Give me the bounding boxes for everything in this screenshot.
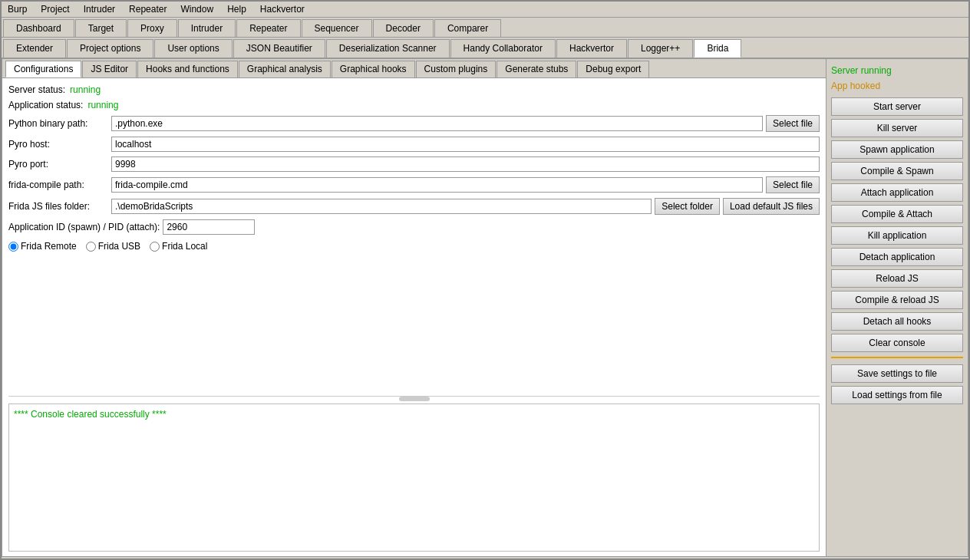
detach-application-btn[interactable]: Detach application (831, 248, 963, 266)
tab-handy-collaborator[interactable]: Handy Collaborator (450, 39, 556, 58)
pyro-port-input[interactable] (111, 156, 820, 172)
start-server-btn[interactable]: Start server (831, 97, 963, 116)
menu-bar: Burp Project Intruder Repeater Window He… (2, 2, 968, 18)
compile-reload-js-btn[interactable]: Compile & reload JS (831, 291, 963, 309)
radio-frida-usb-label: Frida USB (98, 241, 140, 252)
tab-json-beautifier[interactable]: JSON Beautifier (233, 39, 325, 58)
tab-brida[interactable]: Brida (694, 39, 741, 58)
tab-decoder[interactable]: Decoder (373, 19, 434, 37)
tab-debug-export[interactable]: Debug export (577, 61, 649, 77)
app-id-label: Application ID (spawn) / PID (attach): (8, 222, 160, 232)
menu-project[interactable]: Project (38, 3, 72, 15)
secondary-tab-bar: Extender Project options User options JS… (2, 38, 968, 58)
server-running-label: Server running (831, 65, 963, 76)
tab-proxy[interactable]: Proxy (127, 19, 177, 37)
server-status-row: Server status: running (8, 83, 820, 97)
tab-project-options[interactable]: Project options (67, 39, 153, 58)
load-settings-btn[interactable]: Load settings from file (831, 386, 963, 404)
tab-repeater[interactable]: Repeater (236, 19, 300, 37)
tab-hackvertor[interactable]: Hackvertor (556, 39, 627, 58)
menu-window[interactable]: Window (177, 3, 216, 15)
right-panel: Server running App hooked Start server K… (826, 58, 968, 557)
select-folder-btn[interactable]: Select folder (655, 198, 720, 215)
right-divider (831, 357, 963, 360)
scroll-separator (8, 396, 820, 402)
radio-frida-remote[interactable]: Frida Remote (8, 241, 77, 252)
tab-generate-stubs[interactable]: Generate stubs (497, 61, 576, 77)
primary-tab-bar: Dashboard Target Proxy Intruder Repeater… (2, 18, 968, 38)
tab-hooks-functions[interactable]: Hooks and functions (137, 61, 238, 77)
kill-server-btn[interactable]: Kill server (831, 119, 963, 137)
detach-all-hooks-btn[interactable]: Detach all hooks (831, 312, 963, 331)
spawn-application-btn[interactable]: Spawn application (831, 140, 963, 159)
tab-user-options[interactable]: User options (154, 39, 232, 58)
console-text: **** Console cleared successfully **** (14, 409, 167, 420)
console-output: **** Console cleared successfully **** (8, 404, 820, 552)
pyro-host-label: Pyro host: (8, 139, 108, 150)
app-status-row: Application status: running (8, 98, 820, 112)
scroll-thumb (399, 397, 430, 401)
kill-application-btn[interactable]: Kill application (831, 226, 963, 245)
pyro-host-row: Pyro host: (8, 135, 820, 153)
compile-attach-btn[interactable]: Compile & Attach (831, 205, 963, 223)
reload-js-btn[interactable]: Reload JS (831, 269, 963, 288)
frida-compile-label: frida-compile path: (8, 180, 108, 190)
tab-graphical-hooks[interactable]: Graphical hooks (332, 61, 415, 77)
app-id-input[interactable] (163, 219, 255, 235)
tab-extender[interactable]: Extender (3, 39, 66, 58)
tab-target[interactable]: Target (75, 19, 127, 37)
pyro-port-row: Pyro port: (8, 155, 820, 173)
load-default-js-btn[interactable]: Load default JS files (723, 198, 820, 215)
frida-js-label: Frida JS files folder: (8, 201, 108, 212)
app-status-label: Application status: (8, 100, 83, 110)
radio-frida-usb[interactable]: Frida USB (86, 241, 140, 252)
attach-application-btn[interactable]: Attach application (831, 183, 963, 202)
main-layout: Configurations JS Editor Hooks and funct… (2, 58, 968, 557)
menu-help[interactable]: Help (224, 3, 249, 15)
pyro-host-input[interactable] (111, 137, 820, 152)
tab-deserialization-scanner[interactable]: Deserialization Scanner (326, 39, 450, 58)
frida-compile-input[interactable] (111, 177, 763, 193)
tab-comparer[interactable]: Comparer (434, 19, 501, 37)
tab-intruder[interactable]: Intruder (178, 19, 236, 37)
radio-frida-local[interactable]: Frida Local (150, 241, 207, 252)
frida-js-input[interactable] (111, 199, 652, 214)
compile-spawn-btn[interactable]: Compile & Spawn (831, 162, 963, 180)
server-status-label: Server status: (8, 84, 65, 95)
tab-dashboard[interactable]: Dashboard (3, 19, 74, 37)
frida-compile-row: frida-compile path: Select file (8, 175, 820, 195)
python-binary-select-btn[interactable]: Select file (766, 115, 820, 132)
menu-intruder[interactable]: Intruder (81, 3, 118, 15)
tab-js-editor[interactable]: JS Editor (82, 61, 137, 77)
tab-logger-plus[interactable]: Logger++ (628, 39, 693, 58)
app-status-value: running (87, 100, 118, 110)
menu-hackvertor[interactable]: Hackvertor (257, 3, 308, 15)
radio-frida-local-label: Frida Local (162, 241, 207, 252)
menu-burp[interactable]: Burp (5, 3, 30, 15)
clear-console-btn[interactable]: Clear console (831, 334, 963, 352)
inner-tab-bar: Configurations JS Editor Hooks and funct… (2, 59, 826, 78)
python-binary-row: Python binary path: Select file (8, 114, 820, 133)
server-status-value: running (70, 84, 101, 95)
python-binary-input[interactable] (111, 116, 763, 131)
frida-compile-select-btn[interactable]: Select file (766, 176, 820, 193)
menu-repeater[interactable]: Repeater (126, 3, 170, 15)
tab-sequencer[interactable]: Sequencer (302, 19, 372, 37)
tab-custom-plugins[interactable]: Custom plugins (416, 61, 497, 77)
config-body: Server status: running Application statu… (2, 78, 826, 556)
left-panel: Configurations JS Editor Hooks and funct… (2, 58, 826, 557)
frida-js-row: Frida JS files folder: Select folder Loa… (8, 196, 820, 216)
radio-row: Frida Remote Frida USB Frida Local (8, 238, 820, 255)
python-binary-label: Python binary path: (8, 118, 108, 129)
tab-graphical-analysis[interactable]: Graphical analysis (239, 61, 331, 77)
pyro-port-label: Pyro port: (8, 159, 108, 170)
save-settings-btn[interactable]: Save settings to file (831, 364, 963, 383)
radio-frida-remote-label: Frida Remote (21, 241, 77, 252)
app-id-row: Application ID (spawn) / PID (attach): (8, 218, 820, 236)
app-hooked-label: App hooked (831, 81, 963, 91)
tab-configurations[interactable]: Configurations (5, 61, 81, 77)
